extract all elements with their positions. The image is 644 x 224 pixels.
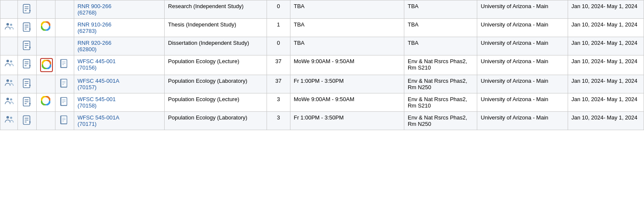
course-link[interactable]: RNR 920-266(62800) bbox=[78, 40, 112, 52]
svg-point-40 bbox=[6, 98, 9, 100]
spinner-icon[interactable] bbox=[41, 98, 50, 104]
course-cell: WFSC 445-001A(70157) bbox=[74, 75, 164, 93]
book-icon[interactable] bbox=[59, 84, 70, 90]
col-book bbox=[55, 0, 74, 19]
col-people bbox=[0, 0, 18, 19]
enrolled-cell: 37 bbox=[267, 75, 290, 93]
days-cell: MoWe 9:00AM - 9:50AM bbox=[290, 55, 404, 75]
svg-point-46 bbox=[43, 98, 48, 103]
course-link[interactable]: RNR 900-266(62768) bbox=[78, 3, 112, 16]
col-spinner bbox=[36, 55, 55, 75]
dates-cell: Jan 10, 2024- May 1, 2024 bbox=[568, 112, 644, 130]
svg-point-21 bbox=[44, 62, 49, 67]
col-note bbox=[18, 93, 37, 112]
course-cell: RNR 900-266(62768) bbox=[74, 0, 164, 19]
add-note-icon[interactable] bbox=[21, 84, 33, 90]
course-table: RNR 900-266(62768)Research (Independent … bbox=[0, 0, 644, 130]
course-cell: WFSC 545-001(70158) bbox=[74, 93, 164, 112]
location-cell: Env & Nat Rsrcs Phas2, Rm N250 bbox=[404, 112, 477, 130]
days-cell: MoWe 9:00AM - 9:50AM bbox=[290, 93, 404, 112]
course-link[interactable]: WFSC 445-001A(70157) bbox=[78, 78, 119, 90]
dates-cell: Jan 10, 2024- May 1, 2024 bbox=[568, 0, 644, 19]
spinner-icon[interactable] bbox=[41, 23, 50, 29]
course-link[interactable]: WFSC 445-001(70156) bbox=[78, 58, 116, 71]
dates-cell: Jan 10, 2024- May 1, 2024 bbox=[568, 19, 644, 37]
col-people bbox=[0, 37, 18, 55]
add-note-icon[interactable] bbox=[21, 102, 33, 109]
add-note-icon[interactable] bbox=[21, 9, 33, 16]
enrolled-cell: 0 bbox=[267, 37, 290, 55]
course-link[interactable]: WFSC 545-001A(70171) bbox=[78, 114, 119, 127]
book-icon[interactable] bbox=[59, 121, 70, 127]
days-cell: TBA bbox=[290, 37, 404, 55]
col-spinner bbox=[36, 75, 55, 93]
title-cell: Thesis (Independent Study) bbox=[165, 19, 267, 37]
location-cell: TBA bbox=[404, 0, 477, 19]
people-icon[interactable] bbox=[4, 26, 14, 33]
table-row: RNR 910-266(62783)Thesis (Independent St… bbox=[0, 19, 644, 37]
days-cell: TBA bbox=[290, 19, 404, 37]
svg-point-5 bbox=[10, 24, 12, 26]
col-note bbox=[18, 55, 37, 75]
col-spinner bbox=[36, 19, 55, 37]
title-cell: Population Ecology (Laboratory) bbox=[165, 75, 267, 93]
svg-point-28 bbox=[6, 79, 9, 82]
col-spinner bbox=[36, 0, 55, 19]
col-note bbox=[18, 19, 37, 37]
table-row: RNR 900-266(62768)Research (Independent … bbox=[0, 0, 644, 19]
col-note bbox=[18, 37, 37, 55]
col-book bbox=[55, 55, 74, 75]
days-cell: Fr 1:00PM - 3:50PM bbox=[290, 75, 404, 93]
svg-point-15 bbox=[6, 60, 9, 62]
svg-point-16 bbox=[10, 61, 12, 63]
add-note-icon[interactable] bbox=[21, 28, 33, 34]
title-cell: Population Ecology (Lecture) bbox=[165, 55, 267, 75]
course-link[interactable]: RNR 910-266(62783) bbox=[78, 21, 112, 34]
campus-cell: University of Arizona - Main bbox=[477, 19, 568, 37]
title-cell: Dissertation (Independent Study) bbox=[165, 37, 267, 55]
add-note-icon[interactable] bbox=[21, 64, 33, 71]
table-row: WFSC 445-001(70156)Population Ecology (L… bbox=[0, 55, 644, 75]
enrolled-cell: 3 bbox=[267, 112, 290, 130]
col-note bbox=[18, 75, 37, 93]
svg-point-53 bbox=[6, 116, 9, 119]
col-people bbox=[0, 93, 18, 112]
campus-cell: University of Arizona - Main bbox=[477, 112, 568, 130]
add-note-icon[interactable] bbox=[21, 121, 33, 127]
table-row: WFSC 445-001A(70157)Population Ecology (… bbox=[0, 75, 644, 93]
campus-cell: University of Arizona - Main bbox=[477, 37, 568, 55]
col-people bbox=[0, 112, 18, 130]
people-icon[interactable] bbox=[4, 119, 14, 126]
enrolled-cell: 0 bbox=[267, 0, 290, 19]
spinner-icon[interactable] bbox=[40, 61, 53, 68]
book-icon[interactable] bbox=[59, 64, 70, 71]
book-icon[interactable] bbox=[59, 102, 70, 109]
col-book bbox=[55, 93, 74, 112]
col-book bbox=[55, 75, 74, 93]
dates-cell: Jan 10, 2024- May 1, 2024 bbox=[568, 55, 644, 75]
col-people bbox=[0, 75, 18, 93]
people-icon[interactable] bbox=[4, 101, 14, 108]
add-note-icon[interactable] bbox=[21, 46, 33, 52]
table-row: RNR 920-266(62800)Dissertation (Independ… bbox=[0, 37, 644, 55]
col-book bbox=[55, 19, 74, 37]
title-cell: Population Ecology (Lecture) bbox=[165, 93, 267, 112]
col-note bbox=[18, 0, 37, 19]
location-cell: Env & Nat Rsrcs Phas2, Rm N250 bbox=[404, 75, 477, 93]
dates-cell: Jan 10, 2024- May 1, 2024 bbox=[568, 93, 644, 112]
svg-point-54 bbox=[10, 117, 12, 119]
table-row: WFSC 545-001A(70171)Population Ecology (… bbox=[0, 112, 644, 130]
col-spinner bbox=[36, 37, 55, 55]
svg-point-4 bbox=[6, 23, 9, 26]
people-icon[interactable] bbox=[4, 63, 14, 70]
location-cell: Env & Nat Rsrcs Phas2, Rm S210 bbox=[404, 93, 477, 112]
course-link[interactable]: WFSC 545-001(70158) bbox=[78, 96, 116, 109]
location-cell: TBA bbox=[404, 37, 477, 55]
campus-cell: University of Arizona - Main bbox=[477, 93, 568, 112]
dates-cell: Jan 10, 2024- May 1, 2024 bbox=[568, 37, 644, 55]
svg-point-10 bbox=[43, 23, 48, 29]
enrolled-cell: 1 bbox=[267, 19, 290, 37]
col-book bbox=[55, 112, 74, 130]
col-spinner bbox=[36, 112, 55, 130]
people-icon[interactable] bbox=[4, 83, 14, 89]
